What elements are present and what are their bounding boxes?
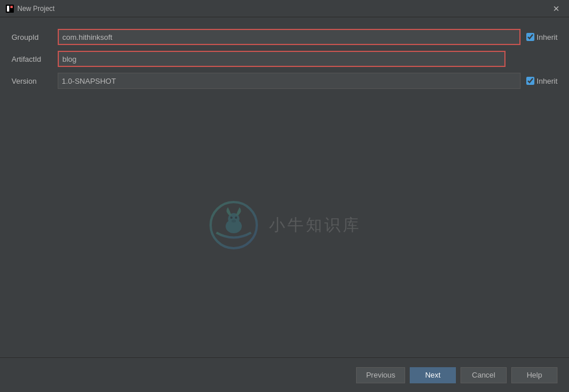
artifactid-row: ArtifactId: [12, 51, 557, 67]
dialog-title: New Project: [17, 5, 55, 13]
svg-rect-2: [10, 6, 13, 8]
groupid-inherit-label[interactable]: Inherit: [537, 33, 557, 42]
artifactid-input-wrapper: [58, 51, 506, 67]
version-inherit-label[interactable]: Inherit: [537, 77, 557, 85]
svg-point-6: [230, 216, 233, 219]
svg-point-7: [235, 216, 237, 219]
svg-point-5: [228, 213, 239, 225]
next-button[interactable]: Next: [410, 367, 456, 383]
groupid-row: GroupId Inherit: [12, 29, 557, 45]
svg-point-8: [231, 219, 236, 222]
watermark-text: 小牛知识库: [269, 214, 361, 236]
dialog-content: GroupId Inherit ArtifactId Version Inher…: [0, 17, 569, 357]
svg-rect-1: [7, 6, 9, 12]
previous-button[interactable]: Previous: [356, 367, 405, 383]
version-inherit-wrapper: Inherit: [526, 77, 557, 85]
groupid-inherit-wrapper: Inherit: [526, 33, 557, 42]
watermark-logo: [208, 199, 260, 251]
watermark-content: 小牛知识库: [208, 199, 361, 251]
version-inherit-checkbox[interactable]: [526, 77, 534, 85]
close-button[interactable]: ✕: [549, 3, 563, 14]
app-icon: [6, 5, 14, 13]
version-row: Version Inherit: [12, 73, 557, 89]
artifactid-input[interactable]: [58, 51, 506, 67]
artifactid-label: ArtifactId: [12, 55, 58, 64]
groupid-input-wrapper: [58, 29, 521, 45]
version-label: Version: [12, 77, 58, 85]
svg-point-3: [211, 202, 257, 248]
groupid-label: GroupId: [12, 33, 58, 42]
svg-point-4: [226, 219, 242, 233]
groupid-input[interactable]: [58, 29, 521, 45]
title-bar: New Project ✕: [0, 0, 569, 17]
button-bar: Previous Next Cancel Help: [0, 357, 569, 392]
version-input[interactable]: [58, 73, 521, 89]
version-input-wrapper: [58, 73, 521, 89]
title-bar-left: New Project: [6, 5, 55, 13]
groupid-inherit-checkbox[interactable]: [526, 33, 534, 41]
help-button[interactable]: Help: [511, 367, 557, 383]
cancel-button[interactable]: Cancel: [461, 367, 507, 383]
watermark-area: 小牛知识库: [0, 92, 569, 357]
